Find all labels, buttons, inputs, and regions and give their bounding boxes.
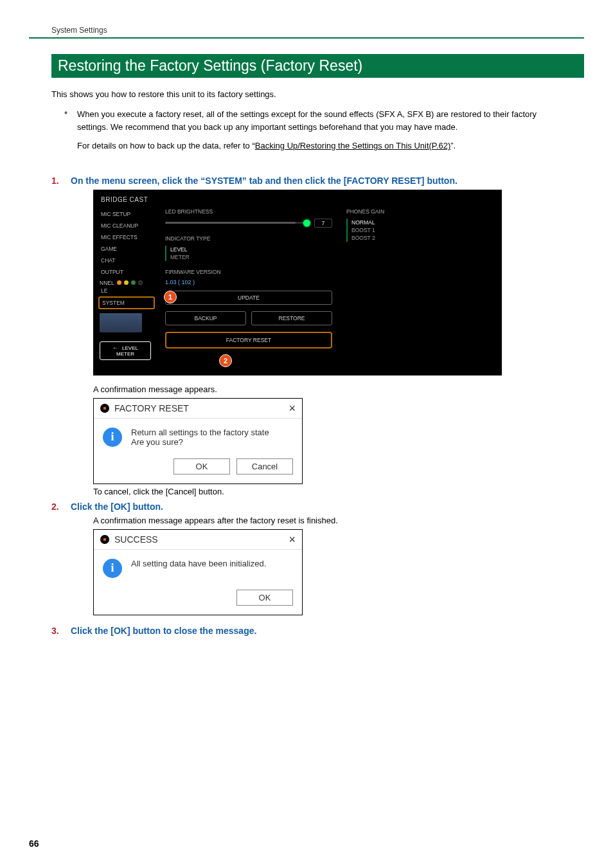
callout-badge-2: 2 [219,354,232,367]
indicator-type-label: INDICATOR TYPE [165,235,332,242]
asterisk: * [64,108,77,159]
step2-subtext: A confirmation message appears after the… [93,516,584,525]
intro-text: This shows you how to restore this unit … [51,89,584,99]
update-button[interactable]: UPDATE [165,291,332,305]
sidebar-item-mic-effects[interactable]: MIC EFFECTS [100,231,159,243]
success-dialog: SUCCESS × i All setting data have been i… [93,529,303,615]
callout-badge-1: 1 [164,291,177,303]
ok-button[interactable]: OK [236,590,293,606]
step-2-num: 2. [51,502,71,512]
step-3: 3. Click the [OK] button to close the me… [51,626,584,636]
breadcrumb: System Settings [29,26,584,37]
dialog-line-1: Return all settings to the factory state [131,428,269,437]
gain-opt-boost1[interactable]: BOOST 1 [351,226,494,234]
firmware-version-label: FIRMWARE VERSION [165,269,332,275]
step-1-num: 1. [51,176,71,186]
page-number: 66 [29,838,39,849]
firmware-version-value: 1.03 ( 102 ) [165,279,332,285]
slider-knob[interactable] [303,219,310,226]
channel-indicator-dots [117,280,143,285]
gain-opt-boost2[interactable]: BOOST 2 [351,234,494,242]
info-icon: i [103,559,122,578]
info-icon: i [103,428,122,447]
step-2: 2. Click the [OK] button. [51,502,584,512]
sidebar-file-label: LE [100,287,159,296]
led-brightness-value: 7 [314,219,332,228]
cancel-button[interactable]: Cancel [236,458,293,475]
factory-reset-button[interactable]: FACTORY RESET [165,332,332,348]
app-screenshot: BRIDGE CAST MIC SETUP MIC CLEANUP MIC EF… [93,190,502,375]
ok-button[interactable]: OK [173,458,230,475]
sidebar-item-game[interactable]: GAME [100,243,159,255]
sidebar-item-chat[interactable]: CHAT [100,255,159,266]
dialog-message: All setting data have been initialized. [131,559,266,578]
step-2-text: Click the [OK] button. [71,502,584,512]
indicator-opt-meter[interactable]: METER [170,253,332,261]
phones-gain-options[interactable]: NORMAL BOOST 1 BOOST 2 [346,219,494,242]
dialog-title: FACTORY RESET [114,403,189,413]
note-line-2: For details on how to back up the data, … [77,140,565,152]
gain-opt-normal[interactable]: NORMAL [351,219,494,226]
step1-cancel-note: To cancel, click the [Cancel] button. [93,487,584,496]
step-1: 1. On the menu screen, click the “SYSTEM… [51,176,584,186]
right-panel: PHONES GAIN NORMAL BOOST 1 BOOST 2 [339,208,502,360]
step-1-text: On the menu screen, click the “SYSTEM” t… [71,176,584,186]
indicator-opt-level[interactable]: LEVEL [170,246,332,253]
sidebar-channel-label: NNEL [100,280,114,286]
footnote: * When you execute a factory reset, all … [64,108,565,159]
sidebar-item-mic-cleanup[interactable]: MIC CLEANUP [100,220,159,231]
device-thumbnail [100,313,142,332]
factory-reset-dialog: FACTORY RESET × i Return all settings to… [93,398,303,484]
level-meter-button[interactable]: LEVEL METER [100,341,151,360]
app-icon [100,535,109,544]
sidebar-item-system[interactable]: SYSTEM [98,296,155,309]
close-icon[interactable]: × [289,534,296,545]
step1-subtext: A confirmation message appears. [93,384,584,394]
sidebar: MIC SETUP MIC CLEANUP MIC EFFECTS GAME C… [93,208,159,360]
app-title: BRIDGE CAST [93,190,502,208]
center-panel: LED BRIGHTNESS 7 INDICATOR TYPE LEVEL ME… [159,208,339,360]
led-brightness-slider[interactable]: 7 [165,219,332,228]
dialog-title: SUCCESS [114,534,158,545]
header-rule [29,37,584,39]
indicator-type-options[interactable]: LEVEL METER [165,246,332,261]
phones-gain-label: PHONES GAIN [346,208,494,215]
backup-button[interactable]: BACKUP [165,311,246,325]
close-icon[interactable]: × [289,402,296,414]
page-title: Restoring the Factory Settings (Factory … [51,54,584,78]
led-brightness-label: LED BRIGHTNESS [165,208,332,215]
backup-link[interactable]: Backing Up/Restoring the Settings on Thi… [255,141,450,150]
step-3-num: 3. [51,626,71,636]
app-icon [100,404,109,413]
sidebar-item-output[interactable]: OUTPUT [100,266,159,278]
step-3-text: Click the [OK] button to close the messa… [71,626,584,636]
sidebar-item-mic-setup[interactable]: MIC SETUP [100,208,159,220]
restore-button[interactable]: RESTORE [251,311,332,325]
dialog-line-2: Are you sure? [131,437,269,447]
note-line-1: When you execute a factory reset, all of… [77,108,565,133]
